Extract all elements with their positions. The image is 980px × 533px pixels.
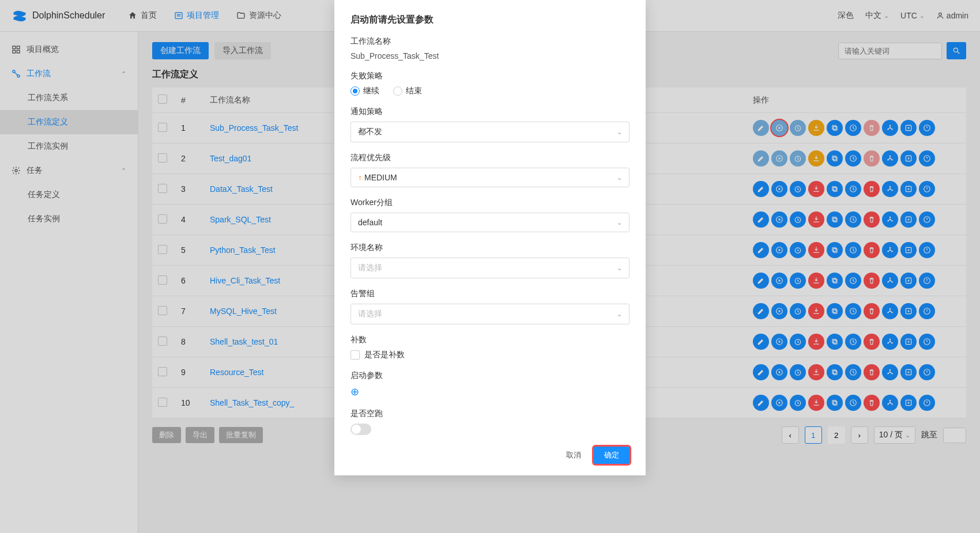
- confirm-button[interactable]: 确定: [594, 447, 630, 464]
- chevron-down-icon: ⌄: [617, 311, 622, 318]
- complement-checkbox[interactable]: [350, 350, 360, 360]
- notify-select[interactable]: 都不发⌄: [350, 122, 630, 142]
- radio-icon: [393, 86, 402, 96]
- priority-label: 流程优先级: [350, 153, 630, 163]
- radio-end-label: 结束: [406, 86, 422, 96]
- fail-strategy-label: 失败策略: [350, 71, 630, 81]
- worker-value: default: [358, 218, 382, 227]
- start-param-label: 启动参数: [350, 371, 630, 381]
- arrow-up-icon: ↑: [358, 173, 362, 182]
- alarm-label: 告警组: [350, 289, 630, 299]
- radio-continue-label: 继续: [363, 86, 379, 96]
- chevron-down-icon: ⌄: [617, 174, 622, 182]
- notify-value: 都不发: [358, 127, 382, 137]
- wf-name-value: Sub_Process_Task_Test: [350, 51, 630, 61]
- radio-icon: [350, 86, 360, 96]
- switch-knob: [352, 425, 361, 434]
- dryrun-switch[interactable]: [350, 424, 371, 435]
- radio-continue[interactable]: 继续: [350, 86, 379, 96]
- complement-check-label: 是否是补数: [364, 350, 405, 360]
- wf-name-label: 工作流名称: [350, 36, 630, 47]
- env-placeholder: 请选择: [358, 263, 382, 273]
- modal-title: 启动前请先设置参数: [350, 14, 630, 26]
- cancel-button[interactable]: 取消: [559, 447, 588, 464]
- chevron-down-icon: ⌄: [617, 264, 622, 272]
- add-param-button[interactable]: ⊕: [350, 386, 359, 398]
- start-params-modal: 启动前请先设置参数 工作流名称 Sub_Process_Task_Test 失败…: [334, 0, 646, 475]
- chevron-down-icon: ⌄: [617, 128, 622, 136]
- complement-label: 补数: [350, 335, 630, 345]
- dryrun-label: 是否空跑: [350, 409, 630, 419]
- radio-end[interactable]: 结束: [393, 86, 422, 96]
- priority-value: MEDIUM: [364, 173, 397, 182]
- worker-select[interactable]: default⌄: [350, 213, 630, 232]
- env-label: 环境名称: [350, 243, 630, 253]
- complement-checkbox-row[interactable]: 是否是补数: [350, 350, 630, 360]
- chevron-down-icon: ⌄: [617, 219, 622, 226]
- env-select[interactable]: 请选择⌄: [350, 258, 630, 278]
- fail-strategy-radio-group: 继续 结束: [350, 86, 630, 96]
- priority-select[interactable]: ↑MEDIUM⌄: [350, 168, 630, 187]
- notify-label: 通知策略: [350, 107, 630, 117]
- worker-label: Worker分组: [350, 198, 630, 208]
- alarm-placeholder: 请选择: [358, 309, 382, 319]
- alarm-select[interactable]: 请选择⌄: [350, 304, 630, 324]
- modal-footer: 取消 确定: [350, 447, 630, 464]
